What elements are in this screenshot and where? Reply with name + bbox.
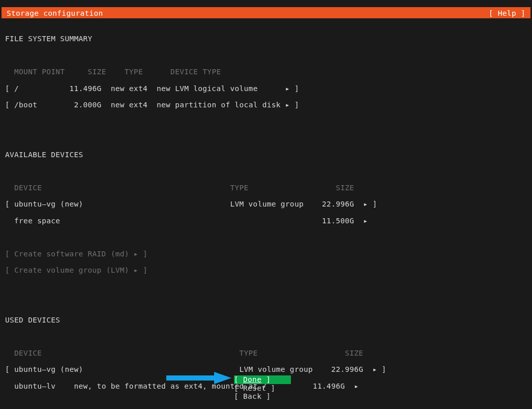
avail-row[interactable]: [ ubuntu–vg (new) LVM volume group 22.99…: [5, 200, 527, 209]
avail-row[interactable]: free space 11.500G ▸: [5, 217, 527, 225]
available-devices-title: AVAILABLE DEVICES: [5, 151, 527, 159]
fs-summary-title: FILE SYSTEM SUMMARY: [5, 35, 527, 43]
avail-headers: DEVICE TYPE SIZE: [5, 184, 527, 192]
help-button[interactable]: [ Help ]: [489, 8, 525, 18]
fs-row[interactable]: [ /boot 2.000G new ext4 new partition of…: [5, 101, 527, 109]
done-button[interactable]: [ Done ]: [234, 375, 291, 384]
used-devices-title: USED DEVICES: [5, 316, 527, 325]
button-bar: [ Done ] [ Reset ] [ Back ]: [234, 375, 291, 401]
fs-headers: MOUNT POINT SIZE TYPE DEVICE TYPE: [5, 68, 527, 76]
main-content: FILE SYSTEM SUMMARY MOUNT POINT SIZE TYP…: [5, 26, 527, 409]
used-row[interactable]: [ ubuntu–vg (new) LVM volume group 22.99…: [5, 365, 527, 374]
back-button[interactable]: [ Back ]: [234, 392, 291, 401]
annotation-arrow-icon: [165, 372, 231, 384]
svg-marker-1: [214, 372, 231, 384]
header-bar: Storage configuration [ Help ]: [2, 7, 530, 18]
page-title: Storage configuration: [7, 8, 103, 18]
fs-row[interactable]: [ / 11.496G new ext4 new LVM logical vol…: [5, 84, 527, 93]
reset-button[interactable]: [ Reset ]: [234, 384, 291, 393]
create-raid-button[interactable]: [ Create software RAID (md) ▸ ]: [5, 250, 527, 258]
create-lvm-button[interactable]: [ Create volume group (LVM) ▸ ]: [5, 266, 527, 275]
used-headers: DEVICE TYPE SIZE: [5, 349, 527, 358]
